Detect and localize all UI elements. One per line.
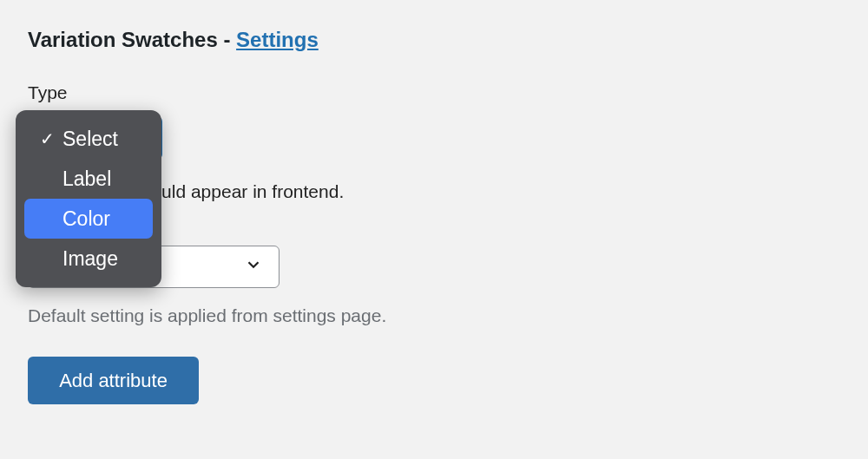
check-icon: ✓ bbox=[40, 128, 62, 149]
chevron-down-icon bbox=[244, 255, 263, 279]
title-prefix: Variation Swatches - bbox=[28, 28, 236, 51]
settings-link[interactable]: Settings bbox=[236, 28, 319, 51]
sort-help-text: Default setting is applied from settings… bbox=[28, 305, 868, 326]
page-title: Variation Swatches - Settings bbox=[28, 28, 868, 52]
add-attribute-button[interactable]: Add attribute bbox=[28, 357, 199, 404]
type-option-label[interactable]: Label bbox=[24, 159, 153, 199]
add-attribute-label: Add attribute bbox=[59, 370, 168, 392]
option-label: Image bbox=[62, 247, 118, 271]
option-label: Color bbox=[62, 207, 110, 231]
type-dropdown-menu: ✓ Select Label Color Image bbox=[16, 110, 161, 287]
type-option-image[interactable]: Image bbox=[24, 239, 153, 279]
type-label: Type bbox=[28, 82, 868, 103]
option-label: Label bbox=[62, 167, 111, 191]
option-label: Select bbox=[62, 128, 118, 151]
type-option-color[interactable]: Color bbox=[24, 199, 153, 239]
type-option-select[interactable]: ✓ Select bbox=[24, 119, 153, 159]
